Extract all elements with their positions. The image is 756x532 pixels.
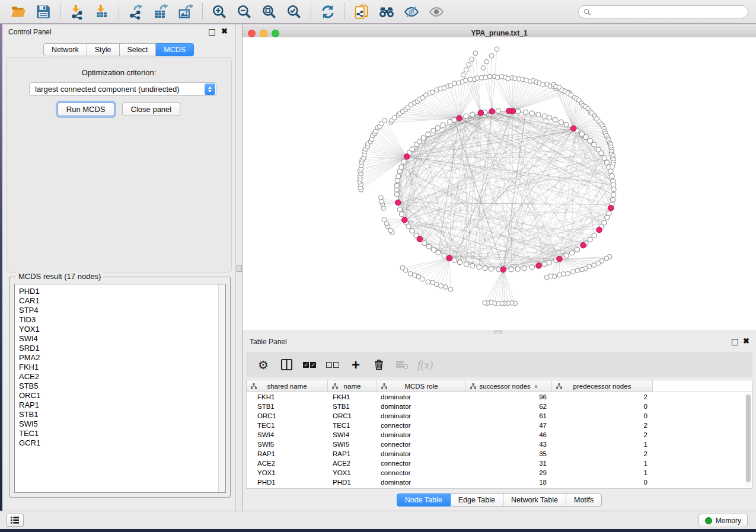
cell-MCDS-role: dominator (377, 430, 466, 440)
table-panel: Table Panel ✖ ⚙ ✓✓ + f(x) shared namenam… (243, 334, 756, 511)
table-row[interactable]: YOX1YOX1connector291 (247, 468, 752, 477)
table-panel-title: Table Panel (250, 338, 287, 346)
control-panel-tabs: NetworkStyleSelectMCDS (2, 43, 235, 56)
tab-motifs[interactable]: Motifs (566, 493, 602, 507)
import-table-icon[interactable] (93, 3, 111, 21)
attribute-icon (251, 383, 257, 389)
cell-predecessor-nodes: 1 (552, 459, 653, 468)
search-box (578, 5, 748, 18)
control-panel: Control Panel ✖ NetworkStyleSelectMCDS O… (2, 24, 235, 511)
tab-style[interactable]: Style (87, 43, 120, 56)
memory-button[interactable]: Memory (698, 514, 748, 527)
cell-predecessor-nodes: 2 (552, 430, 653, 440)
panel-menu-icon[interactable] (6, 514, 24, 527)
tab-network-table[interactable]: Network Table (503, 493, 566, 507)
table-settings-icon[interactable]: ⚙ (256, 357, 271, 373)
list-item: RAP1 (15, 400, 225, 410)
export-table-icon[interactable] (152, 3, 170, 21)
cell-successor-nodes: 18 (466, 477, 552, 487)
table-row[interactable]: SWI4SWI4dominator462 (247, 430, 752, 440)
cell-MCDS-role: dominator (377, 392, 466, 402)
cell-shared-name: PHD1 (247, 477, 328, 487)
list-item: YOX1 (15, 325, 225, 334)
mcds-result-list[interactable]: PHD1CAR1STP4TID3YOX1SWI4SRD1PMA2FKH1ACE2… (14, 284, 226, 493)
table-row[interactable]: FKH1FKH1dominator962 (247, 392, 752, 402)
close-panel-icon[interactable]: ✖ (743, 337, 749, 345)
close-panel-icon[interactable]: ✖ (221, 27, 228, 36)
save-icon[interactable] (34, 3, 52, 21)
column-header-shared-name[interactable]: shared name (247, 380, 328, 392)
cell-predecessor-nodes: 0 (552, 411, 653, 421)
table-row[interactable]: PHD1PHD1dominator180 (247, 477, 752, 487)
export-image-icon[interactable] (177, 3, 194, 21)
desktop: Control Panel ✖ NetworkStyleSelectMCDS O… (0, 0, 756, 532)
add-column-icon[interactable]: + (348, 357, 363, 373)
table-tabs: Node TableEdge TableNetwork TableMotifs (243, 493, 756, 507)
float-panel-icon[interactable] (209, 29, 215, 36)
delete-column-icon[interactable] (371, 357, 387, 373)
status-bar: Memory (0, 511, 756, 529)
attribute-icon (470, 383, 476, 389)
cell-predecessor-nodes: 1 (552, 440, 653, 449)
table-row[interactable]: TEC1TEC1connector472 (247, 421, 752, 430)
eye-icon[interactable] (428, 3, 445, 21)
cell-name: SWI4 (328, 430, 377, 440)
unselect-all-columns-icon[interactable] (325, 357, 340, 373)
cell-shared-name: SWI5 (247, 440, 328, 449)
zoom-out-icon[interactable] (235, 3, 253, 21)
column-header-name[interactable]: name (328, 380, 377, 392)
select-all-columns-icon[interactable]: ✓✓ (302, 357, 317, 373)
table-row[interactable]: ORC1ORC1dominator610 (247, 411, 752, 421)
zoom-fit-icon[interactable] (260, 3, 278, 21)
tab-edge-table[interactable]: Edge Table (451, 493, 503, 507)
cell-name: ACE2 (328, 459, 377, 468)
close-panel-button[interactable]: Close panel (122, 102, 181, 116)
mcds-panel: Optimization criterion: largest connecte… (6, 57, 232, 273)
table-row[interactable]: SWI5SWI5connector431 (247, 440, 752, 449)
column-header-MCDS-role[interactable]: MCDS role (377, 380, 466, 392)
open-folder-icon[interactable] (9, 3, 27, 21)
network-canvas[interactable] (243, 37, 756, 330)
column-header-successor-nodes[interactable]: successor nodes ∨ (466, 380, 552, 392)
cell-successor-nodes: 47 (466, 421, 552, 430)
optimization-label: Optimization criterion: (7, 68, 231, 77)
import-network-icon[interactable] (68, 3, 86, 21)
network-window: YPA_prune.txt_1 (243, 24, 756, 330)
share-document-icon[interactable] (353, 3, 371, 21)
list-scrollbar[interactable] (218, 284, 225, 492)
optimization-select[interactable]: largest connected component (undirected) (29, 82, 216, 96)
cell-shared-name: FKH1 (247, 392, 328, 402)
tab-mcds[interactable]: MCDS (156, 43, 194, 56)
toolbar-separator (60, 4, 60, 20)
memory-status-icon (705, 517, 712, 524)
export-network-icon[interactable] (127, 3, 145, 21)
network-graph[interactable] (243, 37, 756, 330)
cell-predecessor-nodes: 1 (552, 468, 653, 477)
binoculars-icon[interactable] (378, 3, 395, 21)
tab-select[interactable]: Select (120, 43, 157, 56)
table-row[interactable]: ACE2ACE2connector311 (247, 459, 752, 468)
table-row[interactable]: RAP1RAP1dominator352 (247, 449, 752, 459)
search-input[interactable] (594, 7, 748, 17)
tab-node-table[interactable]: Node Table (397, 493, 451, 507)
table-row[interactable]: STB1STB1dominator620 (247, 402, 752, 411)
zoom-in-icon[interactable] (210, 3, 228, 21)
table-scrollbar[interactable] (745, 393, 751, 487)
float-panel-icon[interactable] (732, 339, 738, 345)
cell-MCDS-role: dominator (377, 449, 466, 459)
vertical-splitter[interactable] (235, 24, 243, 511)
splitter-handle[interactable] (237, 265, 242, 272)
split-panel-icon[interactable] (279, 357, 294, 373)
main-toolbar (0, 0, 756, 24)
sort-descending-icon: ∨ (534, 383, 538, 389)
select-stepper-icon (205, 84, 215, 95)
run-mcds-button[interactable]: Run MCDS (58, 102, 114, 116)
list-item: STB1 (15, 410, 225, 419)
eye-hidden-icon[interactable] (403, 3, 420, 21)
column-header-predecessor-nodes[interactable]: predecessor nodes (552, 380, 653, 392)
cell-name: STB1 (328, 402, 377, 411)
zoom-selected-icon[interactable] (285, 3, 303, 21)
tab-network[interactable]: Network (43, 43, 87, 56)
list-item: PHD1 (15, 287, 225, 296)
refresh-icon[interactable] (319, 3, 337, 21)
